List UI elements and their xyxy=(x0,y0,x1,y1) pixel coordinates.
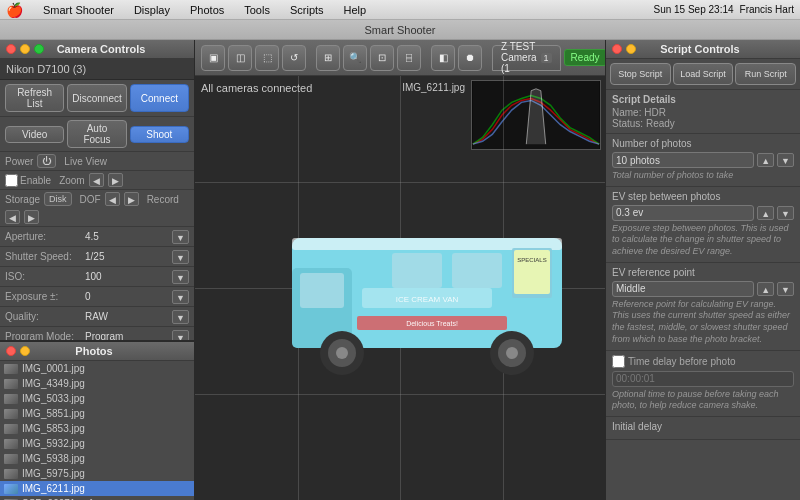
exposure-down[interactable]: ▼ xyxy=(172,290,189,304)
toolbar-btn-5[interactable]: ⊞ xyxy=(316,45,340,71)
window-controls[interactable] xyxy=(6,44,44,54)
refresh-list-button[interactable]: Refresh List xyxy=(5,84,64,112)
camera-tab[interactable]: Z TEST Camera (1 1 xyxy=(492,45,561,71)
num-photos-input[interactable] xyxy=(612,152,754,168)
photos-min-btn[interactable] xyxy=(20,346,30,356)
disconnect-button[interactable]: Disconnect xyxy=(67,84,126,112)
menu-smart-shooter[interactable]: Smart Shooter xyxy=(39,4,118,16)
photo-item-5[interactable]: IMG_5932.jpg xyxy=(0,436,194,451)
svg-text:ICE CREAM VAN: ICE CREAM VAN xyxy=(396,295,459,304)
autofocus-tab[interactable]: Auto Focus xyxy=(67,120,126,148)
photos-close-btn[interactable] xyxy=(6,346,16,356)
photo-item-0[interactable]: IMG_0001.jpg xyxy=(0,361,194,376)
load-script-button[interactable]: Load Script xyxy=(673,63,734,85)
disk-btn[interactable]: Disk xyxy=(44,192,72,206)
menu-help[interactable]: Help xyxy=(340,4,371,16)
script-name-value: HDR xyxy=(644,107,666,118)
photo-name-4: IMG_5853.jpg xyxy=(22,423,85,434)
toolbar-btn-9[interactable]: ◧ xyxy=(431,45,455,71)
menu-display[interactable]: Display xyxy=(130,4,174,16)
photo-item-3[interactable]: IMG_5851.jpg xyxy=(0,406,194,421)
camera-view[interactable]: All cameras connected IMG_6211.jpg xyxy=(195,76,605,500)
script-controls-header: Script Controls xyxy=(606,40,800,59)
toolbar-btn-4[interactable]: ↺ xyxy=(282,45,306,71)
toolbar-btn-1[interactable]: ▣ xyxy=(201,45,225,71)
toolbar-btn-10[interactable]: ⏺ xyxy=(458,45,482,71)
record-right-btn[interactable]: ▶ xyxy=(24,210,39,224)
photo-item-9[interactable]: SSP_00071.nef xyxy=(0,496,194,500)
menu-photos[interactable]: Photos xyxy=(186,4,228,16)
time-delay-checkbox[interactable] xyxy=(612,355,625,368)
photo-item-4[interactable]: IMG_5853.jpg xyxy=(0,421,194,436)
num-photos-section: Number of photos ▲ ▼ Total number of pho… xyxy=(606,134,800,187)
ev-step-up[interactable]: ▲ xyxy=(757,206,774,220)
toolbar-btn-3[interactable]: ⬚ xyxy=(255,45,279,71)
photo-item-8[interactable]: IMG_6211.jpg xyxy=(0,481,194,496)
enable-checkbox[interactable] xyxy=(5,174,18,187)
photo-item-1[interactable]: IMG_4349.jpg xyxy=(0,376,194,391)
maximize-btn[interactable] xyxy=(34,44,44,54)
toolbar-btn-8[interactable]: ⌸ xyxy=(397,45,421,71)
photo-name-1: IMG_4349.jpg xyxy=(22,378,85,389)
ev-reference-up[interactable]: ▲ xyxy=(757,282,774,296)
ev-step-input[interactable] xyxy=(612,205,754,221)
camera-controls-title: Camera Controls xyxy=(57,43,146,55)
photo-name-5: IMG_5932.jpg xyxy=(22,438,85,449)
app-title: Smart Shooter xyxy=(365,24,436,36)
time-delay-label[interactable]: Time delay before photo xyxy=(612,355,794,368)
svg-rect-6 xyxy=(452,253,502,288)
photo-item-7[interactable]: IMG_5975.jpg xyxy=(0,466,194,481)
menu-tools[interactable]: Tools xyxy=(240,4,274,16)
stop-script-button[interactable]: Stop Script xyxy=(610,63,671,85)
connect-button[interactable]: Connect xyxy=(130,84,189,112)
enable-check[interactable]: Enable xyxy=(5,174,51,187)
time-delay-title: Time delay before photo xyxy=(628,356,735,367)
photo-thumb-3 xyxy=(4,409,18,419)
aperture-value: 4.5 xyxy=(85,231,172,242)
minimize-btn[interactable] xyxy=(20,44,30,54)
shutter-down[interactable]: ▼ xyxy=(172,250,189,264)
quality-value: RAW xyxy=(85,311,172,322)
camera-btn-row: Refresh List Disconnect Connect xyxy=(0,80,194,117)
photo-name-7: IMG_5975.jpg xyxy=(22,468,85,479)
aperture-down[interactable]: ▼ xyxy=(172,230,189,244)
storage-dof-row: Storage Disk DOF ◀ ▶ Record ◀ ▶ xyxy=(0,190,194,227)
shoot-tab[interactable]: Shoot xyxy=(130,126,189,143)
dof-right-btn[interactable]: ▶ xyxy=(124,192,139,206)
ev-step-desc: Exposure step between photos. This is us… xyxy=(612,223,794,258)
iso-down[interactable]: ▼ xyxy=(172,270,189,284)
program-down[interactable]: ▼ xyxy=(172,330,189,341)
exposure-label: Exposure ±: xyxy=(5,291,85,302)
menu-scripts[interactable]: Scripts xyxy=(286,4,328,16)
dof-left-btn[interactable]: ◀ xyxy=(105,192,120,206)
power-icon[interactable]: ⏻ xyxy=(37,154,56,168)
script-close-btn[interactable] xyxy=(612,44,622,54)
photos-list[interactable]: IMG_0001.jpg IMG_4349.jpg IMG_5033.jpg I… xyxy=(0,361,194,500)
video-tab[interactable]: Video xyxy=(5,126,64,143)
photo-name-3: IMG_5851.jpg xyxy=(22,408,85,419)
camera-controls-panel: Camera Controls Nikon D7100 (3) Refresh … xyxy=(0,40,195,340)
zoom-right-btn[interactable]: ▶ xyxy=(108,173,123,187)
photo-item-6[interactable]: IMG_5938.jpg xyxy=(0,451,194,466)
zoom-left-btn[interactable]: ◀ xyxy=(89,173,104,187)
num-photos-up[interactable]: ▲ xyxy=(757,153,774,167)
num-photos-down[interactable]: ▼ xyxy=(777,153,794,167)
ev-reference-down[interactable]: ▼ xyxy=(777,282,794,296)
toolbar-btn-2[interactable]: ◫ xyxy=(228,45,252,71)
run-script-button[interactable]: Run Script xyxy=(735,63,796,85)
quality-down[interactable]: ▼ xyxy=(172,310,189,324)
close-btn[interactable] xyxy=(6,44,16,54)
time-delay-section: Time delay before photo Optional time to… xyxy=(606,351,800,417)
script-min-btn[interactable] xyxy=(626,44,636,54)
ev-reference-input[interactable] xyxy=(612,281,754,297)
record-left-btn[interactable]: ◀ xyxy=(5,210,20,224)
status-badge: Ready xyxy=(564,49,605,66)
record-label: Record xyxy=(147,194,179,205)
toolbar: ▣ ◫ ⬚ ↺ ⊞ 🔍 ⊡ ⌸ ◧ ⏺ Z TEST Camera (1 1 R… xyxy=(195,40,605,76)
apple-menu[interactable]: 🍎 xyxy=(6,2,23,18)
toolbar-btn-7[interactable]: ⊡ xyxy=(370,45,394,71)
quality-row: Quality: RAW ▼ xyxy=(0,307,194,327)
toolbar-btn-6[interactable]: 🔍 xyxy=(343,45,367,71)
ev-step-down[interactable]: ▼ xyxy=(777,206,794,220)
photo-item-2[interactable]: IMG_5033.jpg xyxy=(0,391,194,406)
